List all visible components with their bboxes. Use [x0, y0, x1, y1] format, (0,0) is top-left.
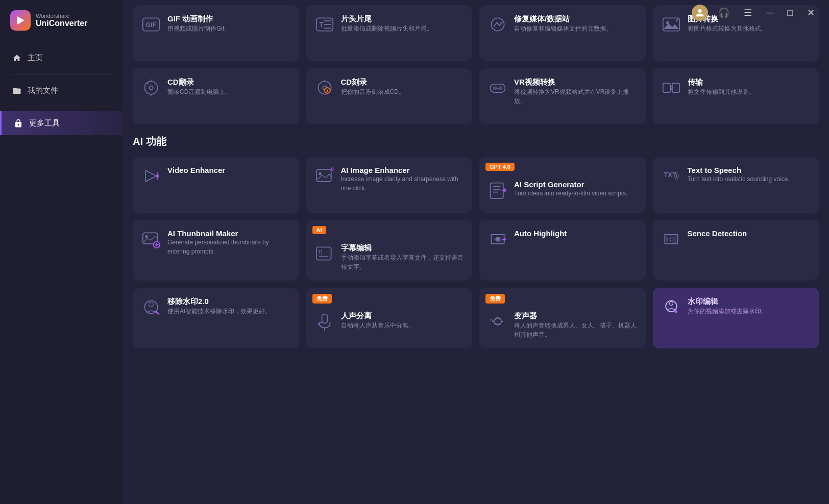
- svg-marker-22: [145, 170, 157, 182]
- ai-section-title: AI 功能: [133, 135, 819, 148]
- vocal-icon-box: [314, 311, 335, 332]
- watermark-edit-icon: [662, 298, 680, 316]
- card-watermark-remove-desc: 使用AI智能技术移除水印，效果更好。: [167, 307, 271, 316]
- card-vocal-title: 人声分离: [341, 311, 414, 321]
- svg-point-52: [669, 301, 673, 305]
- tts-icon: TXT: [662, 167, 680, 185]
- badge-gpt: GPT 4.0: [485, 163, 515, 171]
- card-subtitle-title: 字幕编辑: [341, 243, 465, 253]
- thumbnail-icon: [142, 230, 160, 248]
- svg-text:T|: T|: [318, 249, 322, 255]
- tts-icon-box: TXT: [661, 166, 681, 186]
- sidebar-item-home[interactable]: 主页: [0, 46, 123, 70]
- sidebar-item-tools[interactable]: 更多工具: [0, 111, 123, 135]
- sence-icon: [662, 230, 680, 248]
- card-vocal[interactable]: 免费 人声分离 自动将人声从音乐中分离。: [306, 288, 473, 348]
- card-voice-change-title: 变声器: [514, 311, 638, 321]
- maximize-button[interactable]: □: [783, 6, 797, 20]
- card-transfer-desc: 将文件传输到其他设备。: [688, 87, 755, 96]
- folder-icon: [12, 86, 21, 95]
- svg-text:TXT: TXT: [664, 171, 676, 179]
- card-cdburn[interactable]: CD刻录 把你的音乐刻录成CD。: [306, 68, 473, 124]
- card-watermark-edit[interactable]: 水印编辑 为你的视频添加或去除水印。: [653, 288, 819, 348]
- card-thumbnail-title: AI Thunbnail Maker: [167, 229, 291, 238]
- svg-point-18: [499, 86, 502, 90]
- minimize-button[interactable]: ─: [762, 6, 777, 20]
- card-voice-change-desc: 将人的声音转换成男人、女人、孩子、机器人和其他声音。: [514, 321, 638, 339]
- card-cdrip[interactable]: CD翻录 翻录CD音频到电脑上。: [133, 68, 299, 124]
- card-autohighlight-title: Auto Highlight: [514, 229, 567, 238]
- card-ai-script[interactable]: GPT 4.0 AI Script Generator Turn: [479, 157, 646, 213]
- card-sence[interactable]: Sence Detection: [653, 220, 819, 281]
- card-vocal-desc: 自动将人声从音乐中分离。: [341, 321, 414, 330]
- video-enhancer-icon-box: [141, 166, 161, 186]
- sidebar-item-files[interactable]: 我的文件: [0, 79, 123, 103]
- vocal-icon: [315, 312, 334, 331]
- user-icon: [695, 8, 704, 17]
- lock-icon: [14, 119, 23, 128]
- sidebar: Wondershare UniConverter 主页 我的文件 更多工具: [0, 0, 123, 504]
- close-button[interactable]: ✕: [803, 5, 819, 20]
- subtitle-icon: T|: [315, 244, 334, 263]
- logo-brand: Wondershare: [36, 13, 87, 19]
- svg-point-25: [319, 172, 321, 175]
- headset-button[interactable]: 🎧: [714, 5, 734, 20]
- ai-row2-grid: AI Thunbnail Maker Generate personalized…: [133, 220, 819, 281]
- svg-point-47: [149, 302, 154, 307]
- card-watermark-edit-title: 水印编辑: [688, 297, 767, 307]
- sidebar-item-files-label: 我的文件: [28, 86, 58, 95]
- ai-image-icon-box: [314, 166, 335, 186]
- svg-point-32: [145, 235, 148, 238]
- svg-point-12: [149, 86, 153, 89]
- card-subtitle[interactable]: AI T| 字幕编辑 手动添加字幕或者导入字幕文件，还支持语音转文字。: [306, 220, 473, 281]
- logo-name: UniConverter: [36, 19, 87, 28]
- card-tts[interactable]: TXT Text to Speech Turn text into realis…: [653, 157, 819, 213]
- card-transfer-title: 传输: [688, 78, 755, 87]
- card-ai-script-title: AI Script Generator: [514, 180, 627, 189]
- card-transfer[interactable]: 传输 将文件传输到其他设备。: [653, 68, 819, 124]
- highlight-icon-box: [487, 229, 508, 249]
- svg-point-23: [156, 174, 159, 177]
- script-icon: [489, 181, 507, 199]
- card-ai-image[interactable]: AI Image Enhancer Increase image clarity…: [306, 157, 473, 213]
- card-tts-title: Text to Speech: [688, 166, 790, 174]
- cdburn-icon-box: [314, 78, 335, 98]
- watermark-remove-icon: [142, 298, 160, 316]
- second-tools-grid: CD翻录 翻录CD音频到电脑上。: [133, 68, 819, 124]
- card-video-enhancer-title: Video Enhancer: [167, 166, 225, 174]
- card-vr-title: VR视频转换: [514, 78, 638, 87]
- card-video-enhancer[interactable]: Video Enhancer: [133, 157, 299, 213]
- ai-row3-grid: 移除水印2.0 使用AI智能技术移除水印，效果更好。 免费: [133, 288, 819, 348]
- card-thumbnail-desc: Generate personalized thumbnails by ente…: [167, 238, 291, 256]
- svg-rect-48: [322, 314, 327, 323]
- card-ai-image-desc: Increase image clarity and sharpeness wi…: [341, 174, 465, 193]
- card-cdburn-title: CD刻录: [341, 78, 405, 87]
- svg-marker-45: [672, 236, 676, 243]
- highlight-icon: [489, 230, 507, 248]
- card-watermark-remove[interactable]: 移除水印2.0 使用AI智能技术移除水印，效果更好。: [133, 288, 299, 348]
- cdrip-icon-box: [141, 78, 161, 98]
- svg-point-17: [493, 86, 497, 90]
- transfer-icon: [662, 79, 680, 97]
- card-tts-desc: Turn text into realistic sounding voice.: [688, 174, 790, 184]
- sidebar-item-tools-label: 更多工具: [29, 118, 60, 128]
- card-watermark-edit-desc: 为你的视频添加或去除水印。: [688, 307, 767, 316]
- card-autohighlight[interactable]: Auto Highlight: [479, 220, 646, 281]
- user-avatar[interactable]: [692, 5, 708, 21]
- cdrip-icon: [142, 79, 160, 97]
- card-vr[interactable]: VR视频转换 将视频转换为VR视频格式并在VR设备上播放。: [479, 68, 646, 124]
- menu-button[interactable]: ☰: [740, 5, 756, 20]
- sidebar-nav: 主页 我的文件 更多工具: [0, 41, 123, 140]
- svg-marker-0: [17, 16, 25, 24]
- card-sence-title: Sence Detection: [688, 229, 747, 238]
- watermark-remove-icon-box: [141, 297, 161, 317]
- home-icon: [12, 54, 21, 63]
- thumbnail-icon-box: [141, 229, 161, 249]
- logo-text: Wondershare UniConverter: [36, 13, 87, 28]
- card-cdrip-desc: 翻录CD音频到电脑上。: [167, 87, 231, 96]
- card-voice-change[interactable]: 免费 变声器 将人的声音转换成男人、女人、孩子、机器人和其他声音。: [479, 288, 646, 348]
- voice-change-icon: [489, 312, 507, 331]
- card-cdburn-desc: 把你的音乐刻录成CD。: [341, 87, 405, 96]
- badge-free-voice: 免费: [485, 294, 505, 304]
- card-thumbnail[interactable]: AI Thunbnail Maker Generate personalized…: [133, 220, 299, 281]
